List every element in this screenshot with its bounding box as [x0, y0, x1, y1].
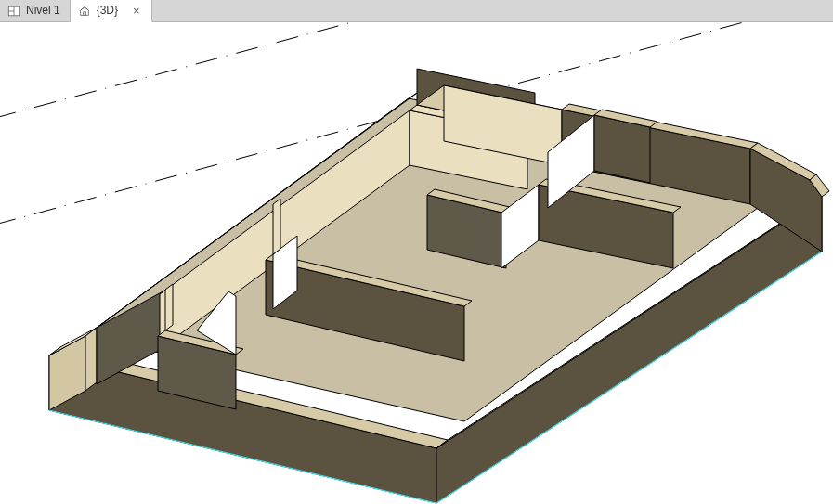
tab-label: {3D} — [97, 0, 118, 21]
model-canvas — [0, 22, 833, 504]
svg-rect-4 — [83, 11, 85, 15]
floorplan-icon — [7, 5, 20, 18]
tab-nivel-1[interactable]: Nivel 1 — [0, 0, 71, 21]
svg-marker-32 — [165, 284, 173, 330]
close-icon[interactable]: × — [131, 5, 142, 17]
tab-label: Nivel 1 — [26, 0, 60, 21]
view-tab-bar: Nivel 1 {3D} × — [0, 0, 833, 22]
svg-marker-16 — [85, 328, 97, 391]
svg-marker-36 — [273, 199, 280, 254]
tab-3d[interactable]: {3D} × — [71, 0, 152, 22]
house-3d-icon — [78, 5, 91, 18]
3d-viewport[interactable] — [0, 22, 833, 504]
